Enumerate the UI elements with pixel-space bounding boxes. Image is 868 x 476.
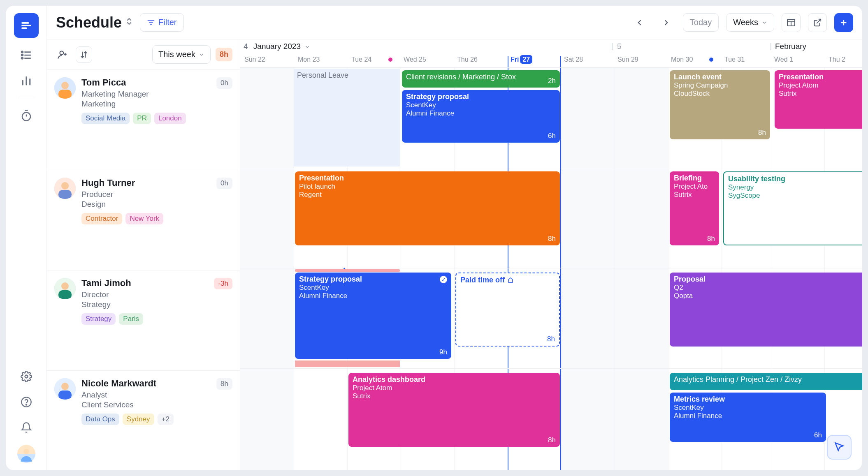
day-label: Wed 1: [774, 56, 793, 63]
filter-button[interactable]: Filter: [140, 13, 183, 32]
tag: Strategy: [81, 313, 116, 325]
week-number: 4: [244, 42, 248, 51]
tag: Social Media: [81, 113, 130, 124]
check-circle-icon: ✓: [440, 276, 447, 283]
event-block[interactable]: Analytics Planning / Project Zen / Zivzy…: [670, 373, 862, 390]
day-label-today: Fri27: [511, 56, 532, 63]
event-block[interactable]: Paid time off 8h: [455, 273, 560, 347]
day-label: Sun 29: [617, 56, 638, 63]
person-hours: 0h: [216, 77, 232, 89]
svg-point-7: [21, 58, 23, 59]
event-block[interactable]: Analytics dashboard Project Atom Sutrix …: [348, 373, 560, 447]
app-logo[interactable]: [14, 13, 39, 38]
svg-rect-41: [58, 290, 72, 299]
ghost-block: [294, 69, 400, 166]
schedule-lane[interactable]: Presentation Pilot launch Regent 8h Brie…: [240, 168, 862, 268]
filter-icon: [147, 18, 155, 27]
svg-point-17: [26, 404, 26, 405]
svg-rect-44: [58, 391, 72, 400]
sort-button[interactable]: [76, 46, 92, 63]
tag: PR: [133, 113, 151, 124]
week-divider: [771, 43, 771, 50]
tag: Contractor: [81, 213, 122, 224]
event-block[interactable]: Client revisions / Marketing / Stox 2h: [402, 70, 560, 88]
event-block[interactable]: Proposal Q2 Qopta 8h: [670, 273, 862, 347]
nav-settings-icon[interactable]: [18, 368, 35, 385]
schedule-lane[interactable]: Personal Leave Client revisions / Market…: [240, 67, 862, 168]
capacity-badge: 8h: [216, 48, 232, 61]
event-block[interactable]: Presentation Pilot launch Regent 8h: [295, 171, 560, 245]
day-label: Mon 23: [298, 56, 320, 63]
person-row[interactable]: Hugh Turner Producer Design ContractorNe…: [47, 170, 240, 270]
svg-point-15: [25, 375, 28, 378]
week-divider: [612, 43, 613, 50]
layout-button[interactable]: [782, 13, 801, 32]
timeline-header: 4 January 2023 5 February Sun 22 Mon 23 …: [240, 39, 862, 67]
event-block[interactable]: Usability testing Synergy SygScope 8h: [723, 171, 862, 245]
person-name: Tami Jimoh: [81, 278, 208, 289]
rail-divider: [18, 98, 35, 98]
avatar: [54, 77, 76, 99]
home-icon: [507, 277, 514, 284]
person-name: Tom Picca: [81, 77, 211, 88]
nav-list-icon[interactable]: [18, 47, 35, 63]
svg-point-5: [21, 54, 23, 56]
avatar: [54, 378, 76, 400]
event-dot-icon: [388, 58, 392, 62]
avatar: [54, 278, 76, 299]
day-label: Wed 25: [404, 56, 426, 63]
tag: London: [154, 113, 186, 124]
range-dropdown[interactable]: This week: [152, 45, 211, 64]
today-button[interactable]: Today: [683, 13, 719, 32]
export-button[interactable]: [808, 13, 827, 32]
page-title: Schedule: [56, 14, 132, 31]
view-dropdown[interactable]: Weeks: [726, 13, 774, 32]
svg-rect-38: [58, 190, 72, 199]
person-hours: 8h: [216, 378, 232, 390]
person-row[interactable]: Tami Jimoh Director Strategy StrategyPar…: [47, 270, 240, 370]
person-dept: Client Services: [81, 400, 211, 409]
current-user-avatar[interactable]: [17, 445, 35, 463]
nav-chart-icon[interactable]: [18, 72, 35, 89]
svg-rect-35: [58, 90, 72, 99]
svg-point-40: [61, 282, 69, 290]
nav-timer-icon[interactable]: [18, 107, 35, 124]
month-label: January 2023: [253, 42, 301, 51]
tag: Sydney: [123, 414, 154, 425]
nav-notifications-icon[interactable]: [18, 419, 35, 436]
event-block[interactable]: Strategy proposal ScentKey Alumni Financ…: [402, 90, 560, 143]
tag: New York: [125, 213, 163, 224]
schedule-lane[interactable]: Strategy proposal ScentKey Alumni Financ…: [240, 268, 862, 368]
svg-point-18: [23, 449, 29, 454]
event-block[interactable]: Launch event Spring Campaign CloudStock …: [670, 70, 770, 139]
add-button[interactable]: [834, 13, 853, 32]
event-block[interactable]: Presentation Project Atom Sutrix: [775, 70, 862, 129]
month-label: February: [775, 42, 806, 51]
cursor-fab[interactable]: [827, 435, 852, 460]
person-role: Producer: [81, 190, 211, 199]
event-block[interactable]: Strategy proposal ScentKey Alumni Financ…: [295, 273, 451, 359]
chevron-down-icon: [761, 20, 767, 25]
add-person-button[interactable]: [54, 46, 71, 63]
person-name: Hugh Turner: [81, 178, 211, 188]
nav-help-icon[interactable]: [18, 394, 35, 410]
chevron-down-icon[interactable]: [304, 44, 310, 50]
next-button[interactable]: [657, 13, 675, 32]
person-row[interactable]: Nicole Markwardt Analyst Client Services…: [47, 370, 240, 453]
person-role: Analyst: [81, 391, 211, 400]
event-block[interactable]: Briefing Project Ato Sutrix 8h: [670, 171, 719, 245]
person-role: Director: [81, 290, 208, 299]
svg-point-43: [61, 383, 69, 390]
week-number: 5: [617, 42, 622, 51]
prev-button[interactable]: [630, 13, 649, 32]
tag: Data Ops: [81, 414, 119, 425]
over-allocation-bar: [295, 269, 400, 272]
person-row[interactable]: Tom Picca Marketing Manager Marketing So…: [47, 69, 240, 170]
person-dept: Marketing: [81, 99, 211, 109]
event-block[interactable]: Metrics review ScentKey Alumni Finance 6…: [670, 393, 826, 442]
tag: +2: [158, 414, 174, 425]
day-label: Thu 2: [829, 56, 845, 63]
avatar: [54, 178, 76, 199]
title-selector-icon[interactable]: [126, 17, 132, 28]
schedule-lane[interactable]: Analytics dashboard Project Atom Sutrix …: [240, 368, 862, 451]
